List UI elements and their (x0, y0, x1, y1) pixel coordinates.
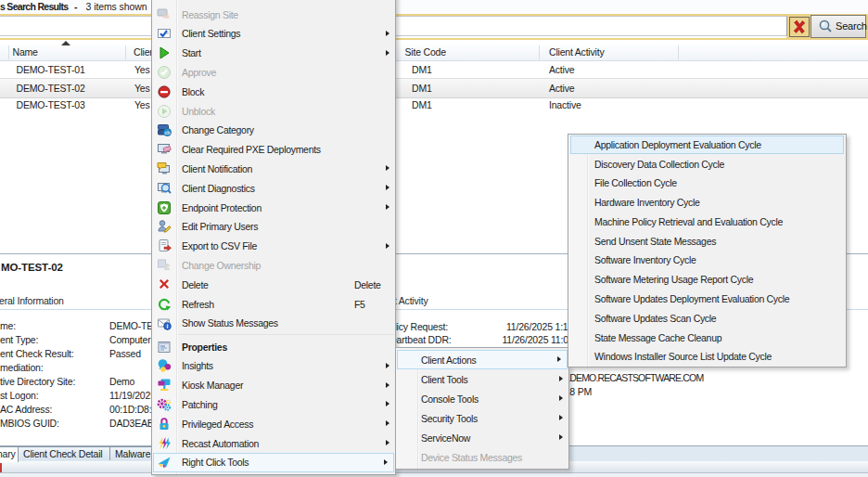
svg-text:cb: cb (164, 130, 171, 135)
